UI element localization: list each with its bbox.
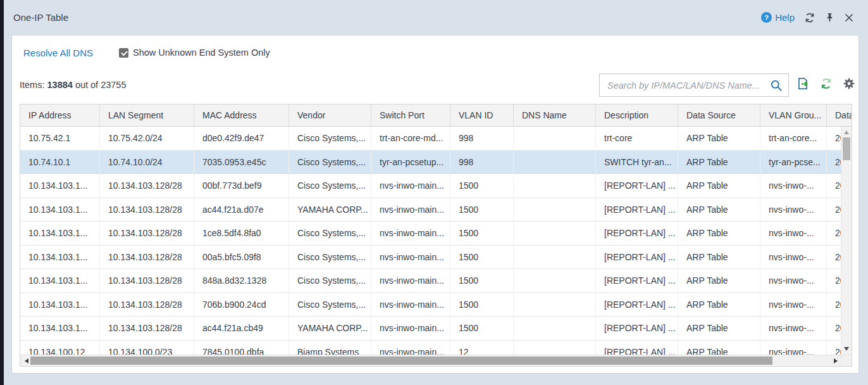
table-cell: ARP Table	[678, 341, 760, 355]
table-row[interactable]: 10.75.42.110.75.42.0/24d0e0.42f9.de47Cis…	[20, 127, 852, 151]
vertical-scroll-thumb[interactable]	[843, 137, 850, 160]
column-header-description[interactable]: Description	[596, 104, 678, 126]
column-header-data[interactable]: Data	[827, 104, 852, 126]
table-cell: 10.74.10.0/24	[100, 151, 194, 174]
table-cell: 1500	[450, 174, 514, 198]
column-header-vlan-id[interactable]: VLAN ID	[450, 104, 514, 126]
scroll-down-arrow[interactable]	[844, 347, 849, 351]
table-cell	[514, 246, 596, 269]
table-row[interactable]: 10.134.103.1...10.134.103.128/28706b.b90…	[20, 293, 852, 317]
table-cell: nvs-inwo-main...	[371, 246, 450, 269]
table-row[interactable]: 10.134.103.1...10.134.103.128/281ce8.5df…	[20, 222, 852, 246]
column-header-switch-port[interactable]: Switch Port	[371, 104, 450, 126]
column-header-vlan-grou[interactable]: VLAN Grou...	[760, 104, 827, 126]
table-cell: [REPORT-LAN] ...	[596, 341, 678, 355]
table-cell: ac44.f21a.d07e	[194, 198, 289, 222]
table-cell: nvs-inwo-main...	[371, 198, 450, 222]
table-cell: Cisco Systems,...	[289, 246, 371, 269]
table-cell: Cisco Systems,...	[289, 222, 371, 245]
grid-body: 10.75.42.110.75.42.0/24d0e0.42f9.de47Cis…	[20, 127, 852, 355]
table-cell: nvs-inwo-...	[760, 293, 827, 317]
horizontal-scrollbar[interactable]	[20, 355, 841, 366]
table-cell: ARP Table	[678, 246, 760, 269]
table-cell: Cisco Systems,...	[289, 269, 371, 293]
table-cell: ARP Table	[678, 198, 760, 222]
column-header-mac-address[interactable]: MAC Address	[194, 104, 289, 126]
column-header-vendor[interactable]: Vendor	[289, 104, 371, 126]
table-row[interactable]: 10.134.100.1210.134.100.0/237845.0100.db…	[20, 341, 852, 355]
table-cell: Biamp Systems	[289, 341, 371, 355]
items-count: 13884	[47, 80, 73, 90]
table-cell: tyr-an-pcse...	[760, 151, 827, 174]
table-row[interactable]: 10.134.103.1...10.134.103.128/2800bf.773…	[20, 174, 852, 198]
table-cell: 10.134.100.0/23	[100, 341, 194, 355]
table-cell: 1500	[450, 198, 514, 222]
scroll-left-arrow[interactable]	[25, 358, 28, 363]
vertical-scrollbar[interactable]	[841, 127, 852, 355]
table-cell: 10.74.10.1	[20, 151, 100, 174]
column-header-lan-segment[interactable]: LAN Segment	[100, 104, 194, 126]
column-header-data-source[interactable]: Data Source	[678, 104, 760, 126]
table-cell: 10.75.42.1	[20, 127, 100, 150]
table-row[interactable]: 10.134.103.1...10.134.103.128/2800a5.bfc…	[20, 246, 852, 270]
items-count-text: Items: 13884 out of 23755	[20, 80, 127, 90]
table-cell: 10.134.103.1...	[20, 269, 100, 293]
table-cell: 10.134.103.1...	[20, 317, 100, 340]
table-cell: ARP Table	[678, 151, 760, 174]
sync-icon[interactable]	[804, 12, 815, 23]
search-icon[interactable]	[769, 79, 783, 95]
scroll-up-arrow[interactable]	[844, 130, 849, 134]
grid-header: IP AddressLAN SegmentMAC AddressVendorSw…	[20, 104, 852, 127]
table-cell: 10.134.103.128/28	[100, 269, 194, 293]
table-row[interactable]: 10.134.103.1...10.134.103.128/28ac44.f21…	[20, 317, 852, 341]
show-unknown-label: Show Unknown End System Only	[133, 47, 270, 58]
table-cell: 10.134.103.1...	[20, 246, 100, 269]
table-cell: tyr-an-pcsetup...	[371, 151, 450, 174]
table-cell: ARP Table	[678, 127, 760, 150]
table-cell: 998	[450, 127, 514, 150]
table-row[interactable]: 10.134.103.1...10.134.103.128/28848a.8d3…	[20, 269, 852, 293]
search-input[interactable]	[600, 74, 788, 96]
table-cell: nvs-inwo-...	[760, 317, 827, 340]
scroll-right-arrow[interactable]	[834, 358, 838, 363]
table-cell: nvs-inwo-...	[760, 269, 827, 293]
show-unknown-checkbox[interactable]	[119, 48, 128, 58]
table-cell: 10.134.103.1...	[20, 174, 100, 198]
table-cell: 7845.0100.dbfa	[194, 341, 289, 355]
table-cell: ac44.f21a.cb49	[194, 317, 289, 340]
table-cell: ARP Table	[678, 269, 760, 293]
help-button[interactable]: ? Help	[761, 12, 795, 23]
one-ip-table-panel: Resolve All DNS Show Unknown End System …	[11, 35, 859, 374]
table-cell: 10.134.103.1...	[20, 198, 100, 222]
close-icon[interactable]	[844, 13, 854, 23]
table-cell: nvs-inwo-main...	[371, 317, 450, 340]
refresh-icon[interactable]	[820, 77, 833, 90]
table-cell: 1500	[450, 317, 514, 340]
table-cell: 10.134.100.12	[20, 341, 100, 355]
window-left-edge	[0, 0, 4, 385]
table-row[interactable]: 10.134.103.1...10.134.103.128/28ac44.f21…	[20, 198, 852, 222]
table-cell: 7035.0953.e45c	[194, 151, 289, 174]
titlebar: One-IP Table ? Help	[4, 0, 868, 35]
pin-icon[interactable]	[825, 13, 834, 22]
table-cell: [REPORT-LAN] ...	[596, 246, 678, 269]
show-unknown-row[interactable]: Show Unknown End System Only	[119, 47, 270, 58]
export-icon[interactable]	[797, 77, 809, 90]
resolve-all-dns-link[interactable]: Resolve All DNS	[23, 47, 93, 58]
table-cell	[514, 127, 596, 150]
table-cell: [REPORT-LAN] ...	[596, 317, 678, 340]
table-cell: nvs-inwo-...	[760, 341, 827, 355]
horizontal-scroll-thumb[interactable]	[30, 357, 772, 365]
table-cell	[514, 341, 596, 355]
table-cell: 00a5.bfc5.09f8	[194, 246, 289, 269]
table-cell: nvs-inwo-...	[760, 174, 827, 198]
table-cell: YAMAHA CORP...	[289, 317, 371, 340]
column-header-ip-address[interactable]: IP Address	[20, 104, 100, 126]
table-cell: ARP Table	[678, 222, 760, 245]
table-cell: trt-an-core-md...	[371, 127, 450, 150]
table-row[interactable]: 10.74.10.110.74.10.0/247035.0953.e45cCis…	[20, 151, 852, 175]
table-cell: [REPORT-LAN] ...	[596, 198, 678, 222]
table-cell: 848a.8d32.1328	[194, 269, 289, 293]
gear-icon[interactable]	[843, 78, 855, 89]
column-header-dns-name[interactable]: DNS Name	[514, 104, 596, 126]
